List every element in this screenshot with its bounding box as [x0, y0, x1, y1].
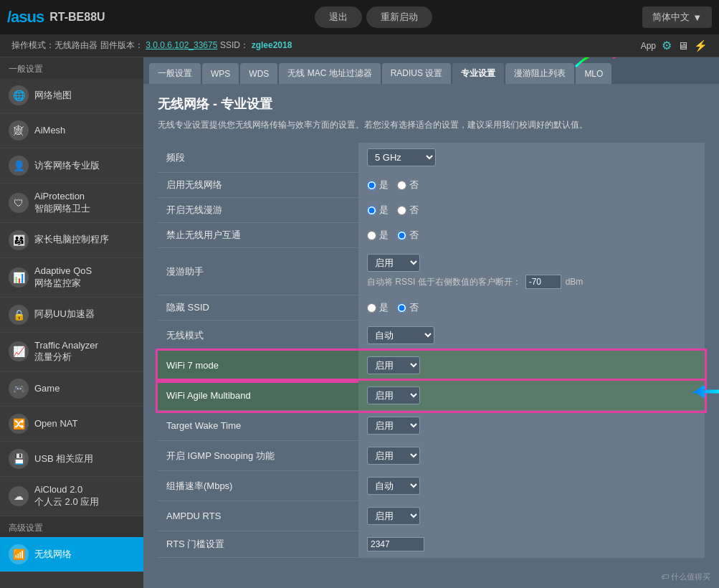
language-label: 简体中文 [652, 11, 690, 24]
vpn-icon: 🔒 [9, 305, 29, 325]
setting-row-frequency: 频段 5 GHz 2.4 GHz 6 GHz [158, 143, 705, 173]
brand-logo: /asus [7, 8, 44, 27]
igmp-snooping-select[interactable]: 启用 禁用 [367, 447, 420, 465]
multicast-rate-select[interactable]: 自动 1 2 5.5 [367, 477, 420, 495]
sidebar-item-traffic-analyzer[interactable]: 📈 Traffic Analyzer流量分析 [0, 333, 143, 372]
main-layout: 一般设置 🌐 网络地图 🕸 AiMesh 👤 访客网络专业版 🛡 AiProte… [0, 57, 719, 588]
radio-no-enable-roaming[interactable]: 否 [397, 204, 419, 217]
sidebar-item-usb[interactable]: 💾 USB 相关应用 [0, 442, 143, 477]
sidebar-item-wireless[interactable]: 📶 无线网络 [0, 537, 143, 572]
sidebar-item-adaptive-qos[interactable]: 📊 Adaptive QoS网络监控家 [0, 258, 143, 298]
setting-value-multicast-rate: 自动 1 2 5.5 [358, 471, 705, 501]
rts-threshold-input[interactable] [367, 537, 424, 551]
logout-button[interactable]: 退出 [315, 6, 362, 28]
setting-label-enable-roaming: 开启无线漫游 [158, 198, 358, 223]
setting-label-disable-user-comm: 禁止无线用户互通 [158, 223, 358, 248]
radio-no-hide-ssid[interactable]: 否 [397, 301, 419, 314]
tab-roaming[interactable]: 漫游阻止列表 [505, 63, 574, 84]
setting-label-target-wake-time: Target Wake Time [158, 411, 358, 441]
top-navbar: /asus RT-BE88U 退出 重新启动 简体中文 ▼ [0, 0, 719, 34]
wireless-mode-select[interactable]: 自动 N only AC only [367, 326, 434, 344]
sidebar-item-vpn[interactable]: 🔒 阿易UU加速器 [0, 298, 143, 333]
tab-general[interactable]: 一般设置 [149, 63, 201, 84]
page-content: 无线网络 - 专业设置 无线专业设置提供您无线网络传输与效率方面的设置。若您没有… [143, 84, 719, 569]
usb-icon[interactable]: ⚡ [694, 39, 708, 52]
setting-row-disable-user-comm: 禁止无线用户互通 是 否 [158, 223, 705, 248]
sidebar-label-open-nat: Open NAT [34, 418, 77, 430]
sidebar: 一般设置 🌐 网络地图 🕸 AiMesh 👤 访客网络专业版 🛡 AiProte… [0, 57, 143, 588]
radio-yes-hide-ssid[interactable]: 是 [367, 301, 389, 314]
tab-mlo[interactable]: MLO [576, 63, 611, 84]
firmware-version[interactable]: 3.0.0.6.102_33675 [146, 40, 217, 50]
sidebar-item-aiprotection[interactable]: 🛡 AiProtection智能网络卫士 [0, 184, 143, 223]
ssid-value: zglee2018 [252, 40, 292, 50]
settings-icon[interactable]: ⚙ [662, 39, 672, 52]
tab-wps[interactable]: WPS [202, 63, 239, 84]
status-text: 操作模式：无线路由器 固件版本： 3.0.0.6.102_33675 SSID：… [11, 39, 292, 52]
target-wake-time-select[interactable]: 启用 禁用 [367, 417, 420, 435]
wifi-agile-select[interactable]: 启用 禁用 [367, 387, 420, 404]
sidebar-item-aicloud[interactable]: ☁ AiCloud 2.0个人云 2.0 应用 [0, 477, 143, 516]
sidebar-label-usb: USB 相关应用 [34, 453, 93, 465]
radio-no-enable-wireless[interactable]: 否 [397, 179, 419, 191]
tab-wds[interactable]: WDS [240, 63, 277, 84]
radio-no-disable-user-comm[interactable]: 否 [397, 229, 419, 242]
roaming-rssi-input[interactable] [525, 275, 561, 289]
setting-row-hide-ssid: 隐藏 SSID 是 否 [158, 295, 705, 321]
setting-label-ampdu-rts: AMPDU RTS [158, 501, 358, 531]
radio-yes-disable-user-comm[interactable]: 是 [367, 229, 389, 242]
setting-row-multicast-rate: 组播速率(Mbps) 自动 1 2 5.5 [158, 471, 705, 501]
radio-group-enable-wireless: 是 否 [367, 179, 696, 191]
sidebar-label-guest-network: 访客网络专业版 [34, 160, 100, 172]
restart-button[interactable]: 重新启动 [366, 6, 432, 28]
setting-label-rts-threshold: RTS 门槛设置 [158, 531, 358, 558]
usb-sidebar-icon: 💾 [9, 449, 29, 469]
setting-label-roaming-assist: 漫游助手 [158, 248, 358, 295]
setting-label-hide-ssid: 隐藏 SSID [158, 295, 358, 321]
nat-icon: 🔀 [9, 414, 29, 434]
frequency-select[interactable]: 5 GHz 2.4 GHz 6 GHz [367, 148, 436, 166]
status-icons: App ⚙ 🖥 ⚡ [641, 39, 708, 52]
sidebar-item-game[interactable]: 🎮 Game [0, 371, 143, 407]
setting-value-hide-ssid: 是 否 [358, 295, 705, 321]
sidebar-item-open-nat[interactable]: 🔀 Open NAT [0, 407, 143, 442]
setting-value-rts-threshold [358, 531, 705, 558]
tab-professional[interactable]: 专业设置 [452, 63, 504, 84]
tab-radius[interactable]: RADIUS 设置 [382, 63, 452, 84]
sidebar-label-traffic-analyzer: Traffic Analyzer流量分析 [34, 340, 98, 364]
sidebar-item-guest-network[interactable]: 👤 访客网络专业版 [0, 148, 143, 184]
watermark-icon: 🏷 [661, 572, 669, 581]
monitor-icon[interactable]: 🖥 [677, 39, 688, 52]
setting-row-target-wake-time: Target Wake Time 启用 禁用 [158, 411, 705, 441]
setting-row-enable-wireless: 启用无线网络 是 否 [158, 173, 705, 198]
wifi7-mode-select[interactable]: 启用 禁用 [367, 356, 420, 374]
content-area: 一般设置 WPS WDS 无线 MAC 地址过滤器 RADIUS 设置 专业设置… [143, 57, 719, 588]
setting-label-wifi-agile: WiFi Agile Multiband [158, 381, 358, 411]
radio-yes-enable-roaming[interactable]: 是 [367, 204, 389, 217]
language-button[interactable]: 简体中文 ▼ [642, 6, 712, 28]
sidebar-label-aicloud: AiCloud 2.0个人云 2.0 应用 [34, 484, 99, 508]
traffic-icon: 📈 [9, 341, 29, 361]
qos-icon: 📊 [9, 267, 29, 288]
setting-label-frequency: 频段 [158, 143, 358, 173]
sidebar-label-adaptive-qos: Adaptive QoS网络监控家 [34, 265, 92, 290]
ampdu-rts-select[interactable]: 启用 禁用 [367, 507, 420, 525]
setting-row-wireless-mode: 无线模式 自动 N only AC only [158, 321, 705, 351]
sidebar-item-parental[interactable]: 👨‍👩‍👧 家长电脑控制程序 [0, 223, 143, 258]
radio-group-hide-ssid: 是 否 [367, 301, 696, 314]
setting-row-igmp-snooping: 开启 IGMP Snooping 功能 启用 禁用 [158, 441, 705, 471]
setting-row-wifi7-mode: WiFi 7 mode 启用 禁用 [158, 351, 705, 381]
radio-yes-enable-wireless[interactable]: 是 [367, 179, 389, 191]
section-general-title: 一般设置 [0, 57, 143, 78]
nav-buttons: 退出 重新启动 [315, 6, 432, 28]
roaming-assist-select[interactable]: 启用 禁用 [367, 254, 420, 272]
firmware-label: 固件版本： [100, 40, 143, 50]
sidebar-item-network-map[interactable]: 🌐 网络地图 [0, 78, 143, 113]
sidebar-item-aimesh[interactable]: 🕸 AiMesh [0, 113, 143, 148]
setting-value-roaming-assist: 启用 禁用 自动将 RSSI 低于右侧数值的客户断开： dBm [358, 248, 705, 295]
radio-group-enable-roaming: 是 否 [367, 204, 696, 217]
sidebar-label-network-map: 网络地图 [34, 90, 72, 102]
tab-mac-filter[interactable]: 无线 MAC 地址过滤器 [279, 63, 380, 84]
setting-label-multicast-rate: 组播速率(Mbps) [158, 471, 358, 501]
setting-label-wifi7-mode: WiFi 7 mode [158, 351, 358, 381]
